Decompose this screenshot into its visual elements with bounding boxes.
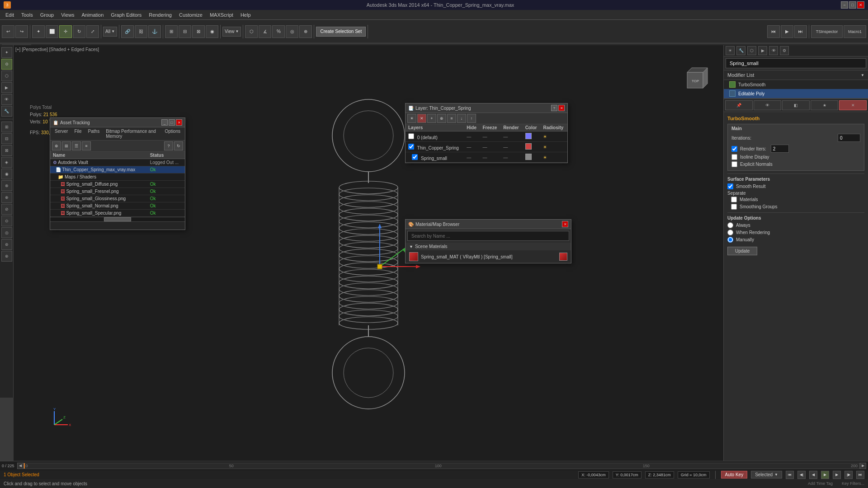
array-btn[interactable]: ⊠ bbox=[192, 25, 205, 38]
lt-btn-3[interactable]: ⊠ bbox=[1, 145, 12, 156]
pb-end[interactable]: ⏭ bbox=[856, 471, 864, 479]
table-row[interactable]: 🖼 Spring_small_Fresnel.png Ok bbox=[50, 188, 185, 195]
pin-stack-btn[interactable]: 📌 bbox=[725, 100, 753, 110]
table-row[interactable]: 🖼 Spring_small_Diffuse.png Ok bbox=[50, 181, 185, 188]
ld-close-btn[interactable]: ✕ bbox=[558, 105, 565, 111]
at-menu-bitmap[interactable]: Bitmap Performance and Memory bbox=[103, 128, 161, 139]
timeline-track[interactable]: 0 50 100 150 200 bbox=[24, 463, 860, 469]
menu-help[interactable]: Help bbox=[237, 11, 255, 19]
rp-icon-4[interactable]: ▶ bbox=[758, 46, 767, 55]
minimize-button[interactable]: − bbox=[841, 1, 848, 9]
timeline[interactable]: 0 / 225 ◀ 0 50 100 150 200 ▶ bbox=[0, 461, 868, 470]
timeline-prev-btn[interactable]: ◀ bbox=[17, 463, 24, 469]
mat-scene-materials-header[interactable]: ▼ Scene Materials bbox=[406, 243, 571, 250]
lt-btn-10[interactable]: ◎ bbox=[1, 227, 12, 238]
mat-search-input[interactable] bbox=[407, 231, 569, 241]
lt-btn-11[interactable]: ⊚ bbox=[1, 239, 12, 250]
at-tool-help[interactable]: ? bbox=[164, 141, 173, 150]
lt-btn-8[interactable]: ⊘ bbox=[1, 204, 12, 215]
layer-tool-2[interactable]: ⊕ bbox=[437, 114, 446, 123]
create-btn[interactable]: ✦ bbox=[1, 47, 12, 58]
at-menu-server[interactable]: Server bbox=[52, 128, 71, 139]
at-tool-1[interactable]: ⊕ bbox=[52, 141, 61, 150]
create-selection-set-btn[interactable]: Create Selection Set bbox=[316, 27, 366, 37]
mirror-btn[interactable]: ⊟ bbox=[179, 25, 191, 38]
table-row[interactable]: 📄 Thin_Copper_Spring_max_vray.max Ok bbox=[50, 166, 185, 174]
layer-tool-1[interactable]: ☀ bbox=[407, 114, 416, 123]
lt-btn-2[interactable]: ⊟ bbox=[1, 133, 12, 144]
at-tool-4[interactable]: ≡ bbox=[82, 141, 91, 150]
rp-icon-5[interactable]: 👁 bbox=[769, 46, 778, 55]
mat-close-btn[interactable]: ✕ bbox=[562, 221, 568, 227]
unlink-btn[interactable]: ⛓ bbox=[135, 25, 147, 38]
lt-btn-12[interactable]: ⊛ bbox=[1, 251, 12, 262]
select-region-btn[interactable]: ⬜ bbox=[46, 25, 58, 38]
layer-dropdown[interactable]: All ▼ bbox=[103, 27, 117, 37]
asset-tracking-header[interactable]: 📋 Asset Tracking _ □ ✕ bbox=[50, 118, 185, 127]
ld-help-btn[interactable]: ? bbox=[551, 105, 557, 111]
update-button[interactable]: Update bbox=[727, 247, 757, 255]
select-btn[interactable]: ✦ bbox=[32, 25, 45, 38]
pb-next-key[interactable]: |▶ bbox=[844, 471, 853, 479]
viewport-3d[interactable]: [+] [Perspective] [Shaded + Edged Faces]… bbox=[14, 45, 723, 461]
menu-group[interactable]: Group bbox=[37, 11, 58, 19]
smooth-result-check[interactable] bbox=[727, 183, 733, 189]
move-btn[interactable]: ✛ bbox=[59, 25, 72, 38]
layer-tool-add[interactable]: + bbox=[427, 114, 436, 123]
iterations-input[interactable] bbox=[838, 134, 860, 142]
at-scrollbar[interactable] bbox=[50, 217, 185, 221]
layer-tool-5[interactable]: ↑ bbox=[467, 114, 476, 123]
pb-start[interactable]: ⏮ bbox=[786, 471, 794, 479]
redo-btn[interactable]: ↪ bbox=[15, 25, 28, 38]
mat-header[interactable]: 🎨 Material/Map Browser ✕ bbox=[406, 220, 571, 229]
mirror-tool[interactable]: ⊕ bbox=[299, 25, 312, 38]
lt-btn-1[interactable]: ⊞ bbox=[1, 122, 12, 132]
rp-icon-6[interactable]: ⚙ bbox=[780, 46, 789, 55]
spinner-snap[interactable]: ◎ bbox=[286, 25, 298, 38]
view-dropdown[interactable]: View ▼ bbox=[222, 27, 241, 37]
bind-space-btn[interactable]: ⚓ bbox=[148, 25, 161, 38]
pb-prev-key[interactable]: ◀| bbox=[797, 471, 806, 479]
make-unique-btn[interactable]: ★ bbox=[811, 100, 838, 110]
smoothing-groups-check[interactable] bbox=[731, 204, 737, 210]
lt-btn-9[interactable]: ⊙ bbox=[1, 216, 12, 226]
at-restore-btn[interactable]: □ bbox=[169, 119, 175, 126]
pb-play[interactable]: ▶ bbox=[821, 471, 829, 479]
table-row[interactable]: 📁 Maps / Shaders bbox=[50, 174, 185, 181]
menu-animation[interactable]: Animation bbox=[78, 11, 107, 19]
menu-customize[interactable]: Customize bbox=[175, 11, 206, 19]
motion-btn[interactable]: ▶ bbox=[1, 82, 12, 93]
render-iters-check[interactable] bbox=[731, 146, 737, 152]
table-row[interactable]: 🖼 Spring_small_Specular.png Ok bbox=[50, 210, 185, 217]
remove-mod-btn[interactable]: ✕ bbox=[839, 100, 867, 110]
close-button[interactable]: ✕ bbox=[857, 1, 864, 9]
at-menu-file[interactable]: File bbox=[71, 128, 84, 139]
modify-btn[interactable]: ⚙ bbox=[1, 59, 12, 70]
menu-edit[interactable]: Edit bbox=[2, 11, 18, 19]
layer-vis-1[interactable] bbox=[408, 133, 414, 139]
table-row[interactable]: Spring_small — — — ☀ bbox=[406, 152, 567, 163]
layer-tool-delete[interactable]: ✕ bbox=[417, 114, 426, 123]
pb-next[interactable]: ▶ bbox=[833, 471, 841, 479]
menu-rendering[interactable]: Rendering bbox=[145, 11, 175, 19]
next-frame-btn[interactable]: ⏭ bbox=[794, 25, 807, 38]
align-btn[interactable]: ⊞ bbox=[165, 25, 178, 38]
prev-frame-btn[interactable]: ⏮ bbox=[767, 25, 780, 38]
viewport-nav-cube[interactable]: TOP bbox=[678, 63, 705, 90]
snap-toggle[interactable]: ⬡ bbox=[245, 25, 258, 38]
manually-radio[interactable] bbox=[727, 237, 733, 243]
display-btn[interactable]: 👁 bbox=[1, 94, 12, 105]
at-tool-refresh[interactable]: ↻ bbox=[174, 141, 183, 150]
menu-views[interactable]: Views bbox=[57, 11, 78, 19]
table-row[interactable]: Thin_Copper_Spring — — — ☀ bbox=[406, 142, 567, 152]
lt-btn-7[interactable]: ⊕ bbox=[1, 192, 12, 203]
modifier-editable-poly[interactable]: Editable Poly bbox=[724, 89, 868, 98]
play-btn[interactable]: ▶ bbox=[781, 25, 793, 38]
maximize-button[interactable]: □ bbox=[849, 1, 856, 9]
rp-icon-1[interactable]: ☀ bbox=[726, 46, 735, 55]
render-iters-input[interactable] bbox=[771, 145, 789, 153]
at-close-btn[interactable]: ✕ bbox=[176, 119, 182, 126]
layer-vis-3[interactable] bbox=[412, 154, 418, 160]
at-tool-2[interactable]: ⊞ bbox=[62, 141, 71, 150]
rp-icon-2[interactable]: 🔧 bbox=[736, 46, 745, 55]
